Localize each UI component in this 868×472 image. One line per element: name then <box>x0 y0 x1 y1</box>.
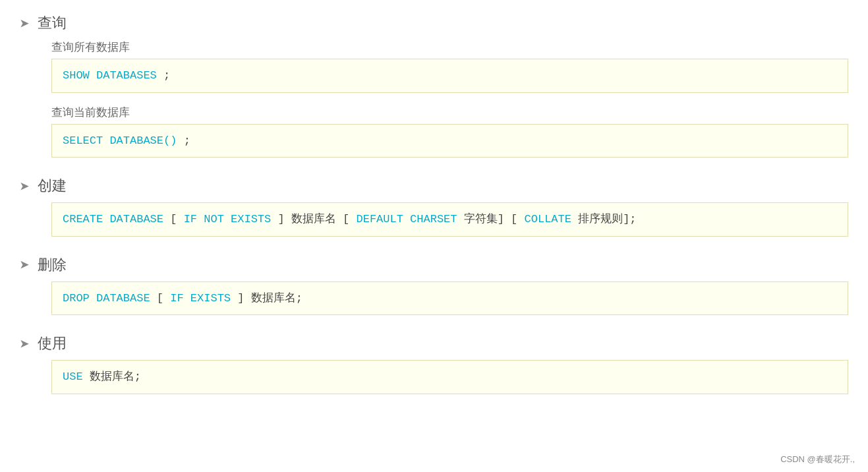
code-block-use-0: USE 数据库名; <box>51 360 848 394</box>
sql-plain: [ <box>150 292 171 305</box>
sql-keyword: SHOW DATABASES <box>63 69 157 82</box>
arrow-icon: ➤ <box>20 17 28 30</box>
section-use: ➤使用USE 数据库名; <box>20 334 848 394</box>
code-block-query-1: SELECT DATABASE() ; <box>51 124 848 158</box>
code-block-delete-0: DROP DATABASE [ IF EXISTS ] 数据库名; <box>51 281 848 316</box>
section-delete: ➤删除DROP DATABASE [ IF EXISTS ] 数据库名; <box>20 255 848 316</box>
subsection-delete-0: DROP DATABASE [ IF EXISTS ] 数据库名; <box>51 281 848 316</box>
sql-keyword: IF EXISTS <box>170 292 231 305</box>
sql-keyword: DROP DATABASE <box>63 292 150 305</box>
subsection-label-query-0: 查询所有数据库 <box>51 40 848 55</box>
sql-keyword: USE <box>63 370 83 383</box>
arrow-icon: ➤ <box>20 258 28 271</box>
code-block-query-0: SHOW DATABASES ; <box>51 59 848 93</box>
section-title-query: 查询 <box>38 13 67 33</box>
sql-keyword: SELECT DATABASE() <box>63 134 177 147</box>
sql-keyword: COLLATE <box>525 213 571 225</box>
sql-plain: ] 数据库名 [ <box>271 213 356 225</box>
section-query: ➤查询查询所有数据库SHOW DATABASES ;查询当前数据库SELECT … <box>20 13 848 158</box>
arrow-icon: ➤ <box>20 180 28 192</box>
section-title-create: 创建 <box>38 176 67 196</box>
subsection-use-0: USE 数据库名; <box>51 360 848 394</box>
section-header-create: ➤创建 <box>20 176 848 196</box>
sql-keyword: CREATE DATABASE <box>63 213 163 225</box>
subsection-query-0: 查询所有数据库SHOW DATABASES ; <box>51 40 848 93</box>
section-header-delete: ➤删除 <box>20 255 848 275</box>
section-header-use: ➤使用 <box>20 334 848 353</box>
sql-plain: 排序规则]; <box>571 213 637 225</box>
subsection-label-query-1: 查询当前数据库 <box>51 105 848 120</box>
sql-plain: ; <box>157 69 170 82</box>
subsection-query-1: 查询当前数据库SELECT DATABASE() ; <box>51 105 848 158</box>
section-header-query: ➤查询 <box>20 13 848 33</box>
sql-plain: [ <box>163 213 184 225</box>
code-block-create-0: CREATE DATABASE [ IF NOT EXISTS ] 数据库名 [… <box>51 202 848 237</box>
sql-plain: ] 数据库名; <box>231 292 303 305</box>
section-create: ➤创建CREATE DATABASE [ IF NOT EXISTS ] 数据库… <box>20 176 848 237</box>
arrow-icon: ➤ <box>20 338 28 350</box>
section-title-use: 使用 <box>38 334 67 353</box>
sql-plain: ; <box>177 134 190 147</box>
sql-plain: 数据库名; <box>83 370 141 383</box>
sql-keyword: IF NOT EXISTS <box>184 213 272 225</box>
section-title-delete: 删除 <box>38 255 67 275</box>
subsection-create-0: CREATE DATABASE [ IF NOT EXISTS ] 数据库名 [… <box>51 202 848 237</box>
footer-label: CSDN @春暖花开., <box>780 454 855 465</box>
sql-keyword: DEFAULT CHARSET <box>356 213 457 225</box>
sql-plain: 字符集] [ <box>457 213 525 225</box>
